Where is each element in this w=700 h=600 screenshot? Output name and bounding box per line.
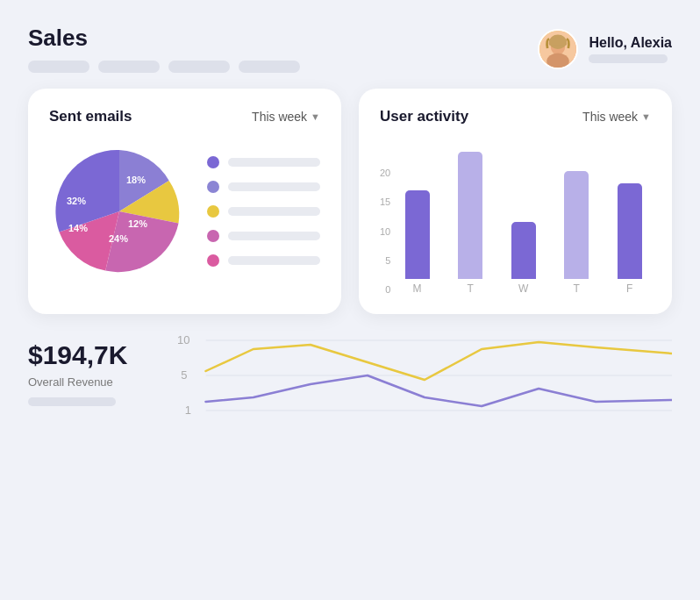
- legend-dot-1: [207, 156, 219, 168]
- bars-wrapper: M T W T F: [396, 152, 651, 295]
- user-activity-header: User activity This week ▼: [380, 108, 651, 125]
- y-label-10: 10: [380, 226, 390, 237]
- avatar: [538, 29, 578, 69]
- sent-emails-title: Sent emails: [49, 108, 132, 125]
- y-axis: 20 15 10 5 0: [380, 168, 390, 295]
- legend-dot-4: [207, 230, 219, 242]
- bar-T2: [564, 171, 589, 279]
- user-activity-week-selector[interactable]: This week ▼: [582, 110, 651, 124]
- x-label-W: W: [502, 282, 545, 295]
- user-greeting: Hello, Alexia: [589, 35, 672, 51]
- nav-pill-4[interactable]: [239, 61, 300, 73]
- user-activity-week-label: This week: [582, 110, 638, 124]
- sent-emails-body: 18% 12% 24% 14% 32%: [49, 141, 320, 282]
- header-left: Sales: [28, 25, 300, 73]
- bar-group-T1: [449, 152, 492, 279]
- legend-item-1: [207, 156, 320, 168]
- bar-group-M: [396, 190, 439, 280]
- bar-group-W: [502, 222, 545, 279]
- pie-label-24: 24%: [109, 233, 128, 244]
- header-right: Hello, Alexia: [538, 29, 672, 69]
- x-label-M: M: [396, 282, 439, 295]
- legend-item-3: [207, 205, 320, 218]
- chevron-down-icon-2: ▼: [641, 111, 651, 122]
- user-activity-title: User activity: [380, 108, 468, 125]
- pie-label-32: 32%: [67, 196, 86, 206]
- bar-W: [511, 222, 536, 279]
- legend-dot-5: [207, 254, 219, 267]
- legend-bar-5: [228, 256, 320, 265]
- y-label-20: 20: [380, 168, 390, 178]
- y-label-0: 0: [380, 284, 390, 295]
- page: Sales: [0, 0, 700, 600]
- x-label-T2: T: [555, 282, 598, 295]
- y-label-5: 5: [380, 255, 390, 266]
- sent-emails-week-selector[interactable]: This week ▼: [252, 110, 320, 124]
- svg-text:5: 5: [181, 369, 187, 381]
- sent-emails-card: Sent emails This week ▼: [28, 89, 341, 314]
- legend: [207, 156, 320, 267]
- bar-chart-area: 20 15 10 5 0: [380, 141, 651, 295]
- x-labels: M T W T F: [396, 279, 651, 295]
- legend-dot-2: [207, 181, 219, 193]
- revenue-section: $194,7K Overall Revenue: [28, 332, 160, 406]
- legend-bar-1: [228, 158, 320, 167]
- pie-label-12: 12%: [128, 218, 147, 229]
- bar-F: [618, 183, 642, 279]
- user-subtitle-bar: [589, 54, 668, 63]
- legend-bar-2: [228, 182, 320, 191]
- user-info: Hello, Alexia: [589, 35, 672, 63]
- pie-chart: 18% 12% 24% 14% 32%: [49, 141, 189, 282]
- bar-group-T2: [555, 171, 598, 279]
- revenue-label: Overall Revenue: [28, 375, 160, 389]
- header: Sales: [28, 25, 672, 73]
- line-chart: 10 5 1: [177, 332, 672, 437]
- bar-M: [405, 190, 430, 280]
- x-label-T1: T: [449, 282, 492, 295]
- legend-bar-3: [228, 207, 320, 216]
- bar-T1: [458, 152, 482, 279]
- nav-pill-1[interactable]: [28, 61, 89, 73]
- sent-emails-header: Sent emails This week ▼: [49, 108, 320, 125]
- main-row: Sent emails This week ▼: [28, 89, 672, 314]
- svg-text:1: 1: [185, 404, 191, 416]
- nav-pill-3[interactable]: [168, 61, 230, 73]
- svg-point-2: [547, 53, 570, 68]
- pie-label-14: 14%: [68, 223, 88, 233]
- user-activity-card: User activity This week ▼ 20 15 10 5 0: [359, 89, 672, 314]
- bottom-row: $194,7K Overall Revenue 10 5 1: [28, 332, 672, 437]
- page-title: Sales: [28, 25, 300, 52]
- bar-group-F: [608, 183, 651, 279]
- nav-pills: [28, 61, 300, 73]
- legend-bar-4: [228, 232, 320, 240]
- sent-emails-week-label: This week: [252, 110, 307, 124]
- legend-item-5: [207, 254, 320, 267]
- x-label-F: F: [608, 282, 651, 295]
- nav-pill-2[interactable]: [98, 61, 160, 73]
- revenue-bar: [28, 397, 116, 406]
- pie-label-18: 18%: [126, 175, 146, 185]
- legend-item-4: [207, 230, 320, 242]
- y-label-15: 15: [380, 196, 390, 207]
- chevron-down-icon: ▼: [311, 111, 320, 122]
- svg-text:10: 10: [177, 334, 190, 346]
- legend-dot-3: [207, 205, 219, 218]
- legend-item-2: [207, 181, 320, 193]
- revenue-amount: $194,7K: [28, 340, 160, 370]
- bars-container: [396, 152, 651, 279]
